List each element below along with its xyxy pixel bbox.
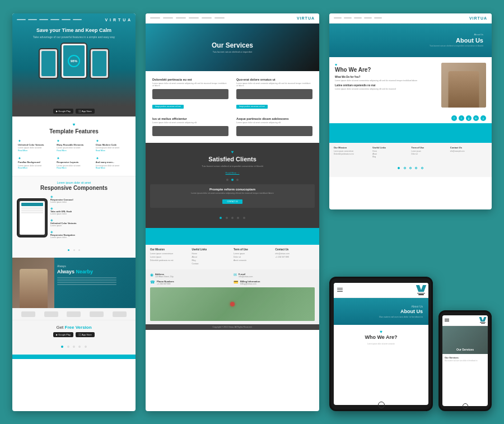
cp-dot-2[interactable]	[226, 217, 228, 219]
service-item-4: Asque partinacio dicam adolescens Lorem …	[234, 115, 315, 138]
social-icon-3[interactable]: g	[466, 115, 472, 121]
phone-services-label: Our Services	[445, 356, 486, 359]
service-btn-1[interactable]: Image position: accumsan vel erat	[152, 105, 184, 109]
testimonial-dot-3[interactable]	[236, 179, 239, 181]
cp-dot-1[interactable]	[220, 217, 222, 219]
cp-nav-link-3[interactable]	[176, 17, 186, 18]
rp-footer-col-4: Contact Us info@example.com	[450, 146, 487, 159]
rp-about-title: About Us	[456, 37, 483, 44]
phone-ham-line-3	[445, 321, 449, 322]
footer-dot-3[interactable]	[73, 346, 75, 348]
comp-dot-3[interactable]	[78, 249, 80, 251]
partner-logo-2	[44, 311, 58, 317]
lp-hero-title: Save your Time and Keep Calm	[17, 27, 131, 34]
footer-dot-1[interactable]	[61, 346, 63, 348]
rp-footer-item-2c[interactable]: Blog	[372, 156, 409, 158]
comp-desc-4: Lorem ipsum dolor	[50, 236, 131, 239]
contact-billing: 💳 Billing Information billing@virtua.com	[234, 280, 315, 285]
satisfied-subtitle: Tuis laoreet rutrum eleifend ut imperdie…	[150, 165, 315, 168]
phone-services: Our Services Duo autem val oum iura dolo…	[442, 354, 488, 365]
tablet-heart-icon: ♥	[337, 329, 425, 334]
lp-comp-label: Lorem ipsum dolor sit amet	[17, 181, 131, 184]
service-image-1	[152, 89, 228, 99]
rp-dot-3[interactable]	[409, 167, 412, 169]
comp-dot-1[interactable]	[68, 249, 69, 251]
app-store-badge[interactable]: ⬛ App Store	[76, 109, 95, 114]
contact-us-button[interactable]: CONTACT US	[222, 199, 242, 204]
feature-item-2: ✦ Many Reusable Elements Lorem ipsum dol…	[55, 138, 92, 153]
tablet-home-button[interactable]	[378, 402, 385, 408]
rp-footer-item-2a[interactable]: Home	[372, 150, 409, 152]
social-icon-4[interactable]: in	[473, 115, 479, 121]
feature-item-3: ✦ Clean Modern Code Lorem ipsum dolor si…	[95, 138, 131, 153]
footer-col-2: Useful Links Home About Blog Contact	[192, 248, 232, 266]
cp-dot-4[interactable]	[237, 217, 239, 219]
feature-readmore-4[interactable]: Read More	[18, 167, 52, 169]
rp-dot-4[interactable]	[415, 167, 417, 169]
lp-nav-link	[62, 19, 71, 20]
footer-col-item-3a: Lorem ipsum	[234, 253, 273, 255]
tablet-hamburger[interactable]	[337, 288, 343, 292]
comp-icon-4: ◈	[50, 230, 131, 234]
phone-home-button[interactable]	[463, 403, 468, 409]
service-image-2	[236, 89, 312, 99]
footer-col-item-1c: Dolorebiti partinacia eu est	[150, 259, 190, 262]
comp-dot-2[interactable]	[73, 249, 75, 251]
footer-dot-5[interactable]	[85, 346, 87, 348]
cp-dot-5[interactable]	[243, 217, 245, 219]
feature-readmore-3[interactable]: Read More	[96, 150, 130, 152]
rp-dots	[334, 161, 487, 171]
lp-google-play-badge[interactable]: ▶ Google Play	[53, 332, 73, 337]
feature-readmore-2[interactable]: Read More	[57, 150, 91, 152]
footer-col-item-2b[interactable]: About	[192, 256, 232, 258]
cp-nav-link-6[interactable]	[214, 17, 225, 18]
service-btn-2[interactable]: Image position: accumsan vel erat	[236, 105, 268, 109]
satisfied-readmore[interactable]: Read More →	[150, 171, 315, 174]
satisfied-heart-icon: ♥	[150, 150, 315, 155]
cp-blue-band	[146, 228, 319, 245]
phone-logo	[480, 317, 486, 324]
service-title-2: Quo-erat dolore ornatus ut	[236, 78, 312, 81]
rp-footer-col-title-4: Contact Us	[450, 146, 487, 149]
feature-readmore-1[interactable]: Read More	[18, 150, 52, 152]
tablet-ham-line-3	[337, 291, 343, 292]
phone-hamburger[interactable]	[445, 319, 449, 322]
feature-readmore-6[interactable]: Read More	[96, 167, 130, 169]
footer-dot-2[interactable]	[67, 346, 69, 348]
rp-footer-item-4a: info@example.com	[450, 150, 487, 152]
rp-dot-2[interactable]	[404, 167, 406, 169]
social-icon-2[interactable]: t	[459, 115, 464, 121]
lp-nav-link	[28, 19, 37, 20]
lp-nav-link	[50, 19, 59, 20]
social-icon-1[interactable]: f	[451, 115, 457, 121]
cp-nav-link-5[interactable]	[202, 17, 212, 18]
app-store-label: App Store	[82, 110, 92, 113]
cp-nav-link-2[interactable]	[163, 17, 173, 18]
phone-nav	[442, 315, 488, 326]
cp-nav-link-1[interactable]	[150, 17, 160, 18]
rp-footer-item-2b[interactable]: About	[372, 153, 409, 155]
testimonial-desc: Lorem ipsum dolor sit amet consectetur a…	[153, 192, 311, 194]
rp-about-hero: About Us About Us Tuis laoreet rutrum el…	[329, 24, 492, 57]
footer-dot-4[interactable]	[78, 346, 81, 348]
google-play-badge[interactable]: ▶ Google Play	[53, 109, 73, 114]
testimonial-dot-2[interactable]	[231, 179, 234, 181]
wwa-person	[449, 71, 479, 108]
lp-app-store-badge[interactable]: ⬛ App Store	[76, 332, 95, 337]
comp-desc-3: Lorem ipsum	[50, 225, 131, 227]
footer-col-item-2d[interactable]: Contact	[192, 263, 232, 265]
feature-readmore-5[interactable]: Read More	[57, 167, 91, 169]
rp-wwa-left: ♥ Who We Are? What We Do for You? Lorem …	[335, 63, 437, 108]
cp-nav-link-4[interactable]	[189, 17, 199, 18]
footer-col-1: Our Mission Lorem ipsum consectetuer Lor…	[150, 248, 190, 266]
rp-dot-5[interactable]	[421, 167, 423, 169]
footer-col-item-2a[interactable]: Home	[192, 253, 232, 255]
testimonial-dot-1[interactable]	[226, 179, 228, 181]
rp-dot-1[interactable]	[398, 167, 400, 169]
footer-col-3: Term of Use Lorem ipsum Dolor sit Amet c…	[234, 248, 273, 266]
footer-col-item-2c[interactable]: Blog	[192, 259, 232, 262]
cp-dot-3[interactable]	[231, 217, 234, 219]
rp-wwa-photo	[441, 63, 486, 108]
service-image-3	[152, 126, 228, 136]
social-icon-5[interactable]: y	[480, 115, 486, 121]
